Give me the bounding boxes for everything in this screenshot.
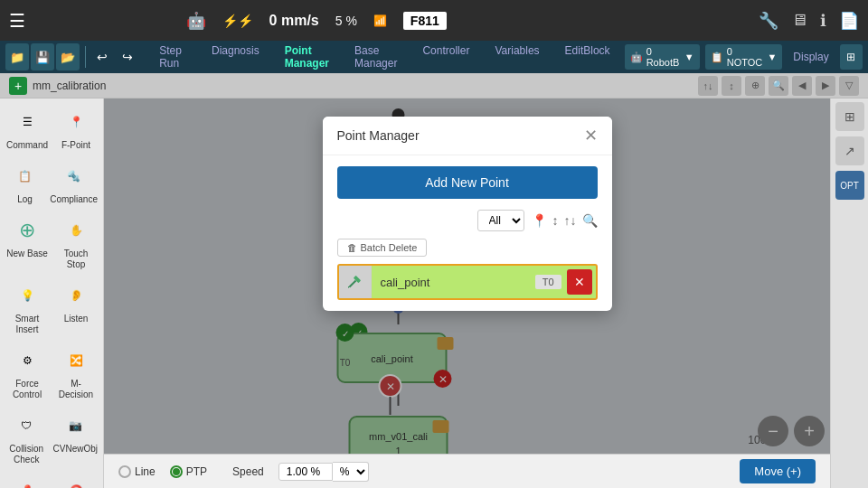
nav-save-icon[interactable]: 💾	[31, 43, 54, 70]
sort-icon[interactable]: ↑↓	[698, 76, 718, 96]
left-item-listen[interactable]: 👂 Listen	[52, 276, 99, 339]
left-item-cvpoint[interactable]: 📍 CVPoint	[4, 471, 51, 488]
touch-stop-icon: ✋	[60, 214, 92, 247]
point-delete-button-0[interactable]: ✕	[567, 269, 592, 295]
robot-dropdown-icon: ▼	[684, 52, 694, 62]
batch-row: 🗑 Batch Delete	[337, 239, 598, 257]
left-item-log[interactable]: 📋 Log	[4, 156, 46, 209]
navbar: 📁 💾 📂 ↩ ↪ Step Run Diagnosis Point Manag…	[0, 41, 868, 73]
cvnewobj-icon: 📷	[59, 409, 91, 442]
tab-base-manager[interactable]: Base Manager	[342, 39, 410, 75]
left-item-fpoint[interactable]: 📍 F-Point	[52, 102, 99, 155]
log-label: Log	[17, 194, 33, 205]
batch-delete-icon: 🗑	[347, 242, 357, 253]
robot-status-icon: 🤖	[186, 11, 206, 31]
left-item-command[interactable]: ☰ Command	[4, 102, 51, 155]
left-row-6: 🛡 Collision Check 📷 CVNewObj	[4, 406, 99, 469]
new-base-icon: ⊕	[11, 214, 43, 247]
filter-icon-sort2[interactable]: ↑↓	[564, 213, 577, 228]
rp-arrow-icon[interactable]: ↗	[835, 136, 864, 165]
display-button[interactable]: Display	[788, 51, 834, 63]
cvnewobj-label: CVNewObj	[53, 444, 98, 455]
align-icon[interactable]: ↕	[722, 76, 741, 96]
collision-check-icon: 🛡	[10, 409, 42, 442]
smart-insert-icon: 💡	[11, 279, 43, 312]
left-item-smart-insert[interactable]: 💡 Smart Insert	[4, 276, 51, 339]
left-item-force-control[interactable]: ⚙ Force Control	[4, 341, 51, 404]
tab-variables[interactable]: Variables	[482, 39, 552, 75]
nav-next-icon[interactable]: ▶	[816, 76, 835, 96]
command-icon: ☰	[11, 106, 43, 138]
command-label: Command	[6, 140, 48, 151]
tab-diagnosis[interactable]: Diagnosis	[199, 39, 272, 75]
doc-icon[interactable]: 📄	[839, 11, 859, 31]
left-item-new-base[interactable]: ⊕ New Base	[4, 211, 51, 274]
canvas-area[interactable]: mm_v01_init 1 socket_conn ect V ✓ cali_p…	[104, 99, 830, 488]
tab-step-run[interactable]: Step Run	[146, 39, 199, 75]
modal-close-button[interactable]: ✕	[584, 126, 598, 145]
svg-marker-23	[348, 286, 350, 288]
notoc-selector[interactable]: 📋 0 NOTOC ▼	[705, 44, 783, 70]
rp-grid-icon[interactable]: ⊞	[835, 102, 864, 131]
robot-selector[interactable]: 🤖 0 RobotB ▼	[625, 44, 700, 70]
notoc-dropdown-icon: ▼	[767, 52, 777, 62]
add-node-button[interactable]: +	[9, 77, 27, 95]
modal-body: Add New Point All 📍 ↕ ↑↓ 🔍	[323, 155, 612, 311]
modal-overlay: Point Manager ✕ Add New Point All 📍 ↕ ↑↓	[104, 99, 830, 488]
hamburger-icon[interactable]: ☰	[9, 10, 25, 32]
tab-point-manager[interactable]: Point Manager	[272, 39, 342, 75]
panel-toggle-icon[interactable]: ⊞	[840, 44, 863, 70]
filter-icon-sort1[interactable]: ↕	[552, 213, 559, 228]
tab-edit-block[interactable]: EditBlock	[552, 39, 623, 75]
monitor-icon[interactable]: 🖥	[791, 11, 807, 30]
nav-tabs: Step Run Diagnosis Point Manager Base Ma…	[146, 39, 622, 75]
rp-box-icon[interactable]: OPT	[835, 171, 864, 200]
point-list: cali_point T0 ✕	[337, 264, 598, 300]
robot-icon: 🤖	[630, 52, 643, 63]
filter-icon-pin[interactable]: 📍	[532, 213, 547, 228]
modal-header: Point Manager ✕	[323, 117, 612, 155]
left-item-cvcircle[interactable]: ⭕ CVCircle	[52, 471, 99, 488]
compliance-label: Compliance	[50, 194, 98, 205]
modal-title: Point Manager	[337, 128, 420, 143]
percent-value: 5 %	[335, 14, 357, 28]
info-icon[interactable]: ℹ	[820, 11, 826, 31]
listen-icon: 👂	[60, 279, 92, 312]
wifi-icon: 📶	[373, 14, 387, 27]
batch-delete-button[interactable]: 🗑 Batch Delete	[337, 239, 428, 257]
left-item-touch-stop[interactable]: ✋ Touch Stop	[52, 211, 99, 274]
left-item-m-decision[interactable]: 🔀 M-Decision	[52, 341, 99, 404]
zoom-fit-icon[interactable]: ⊕	[745, 76, 765, 96]
left-row-4: 💡 Smart Insert 👂 Listen	[4, 276, 99, 339]
batch-delete-label: Batch Delete	[361, 242, 418, 253]
nav-open-icon[interactable]: 📂	[56, 43, 80, 70]
nav-redo-button[interactable]: ↪	[116, 43, 139, 70]
left-item-compliance[interactable]: 🔩 Compliance	[48, 156, 99, 209]
breadcrumb-path: mm_calibration	[33, 80, 106, 92]
nav-undo-button[interactable]: ↩	[90, 43, 114, 70]
nav-right: 🤖 0 RobotB ▼ 📋 0 NOTOC ▼ Display ⊞	[625, 44, 863, 70]
touch-stop-label: Touch Stop	[54, 249, 98, 270]
nav-prev-icon[interactable]: ◀	[792, 76, 812, 96]
breadcrumb-bar: + mm_calibration ↑↓ ↕ ⊕ 🔍 ◀ ▶ ▽	[0, 73, 868, 99]
filter-icon-search[interactable]: 🔍	[582, 213, 598, 228]
tab-controller[interactable]: Controller	[410, 39, 482, 75]
nav-expand-icon[interactable]: ▽	[839, 76, 859, 96]
left-item-cvnewobj[interactable]: 📷 CVNewObj	[52, 406, 99, 469]
point-edit-button-0[interactable]	[339, 266, 372, 298]
notoc-selector-label: 0 NOTOC	[727, 46, 764, 68]
robot-selector-label: 0 RobotB	[646, 46, 681, 68]
left-row-5: ⚙ Force Control 🔀 M-Decision	[4, 341, 99, 404]
smart-insert-label: Smart Insert	[5, 314, 49, 335]
point-name-0: cali_point	[372, 276, 535, 289]
add-new-point-button[interactable]: Add New Point	[337, 166, 598, 199]
wrench-icon[interactable]: 🔧	[759, 11, 778, 31]
point-row-0: cali_point T0 ✕	[337, 264, 598, 300]
cvpoint-icon: 📍	[11, 474, 43, 488]
search-icon[interactable]: 🔍	[769, 76, 788, 96]
robot-code-badge: F811	[403, 12, 447, 30]
m-decision-label: M-Decision	[54, 379, 98, 400]
left-item-collision-check[interactable]: 🛡 Collision Check	[4, 406, 50, 469]
nav-file-icon[interactable]: 📁	[5, 43, 29, 70]
filter-select[interactable]: All	[477, 210, 524, 231]
